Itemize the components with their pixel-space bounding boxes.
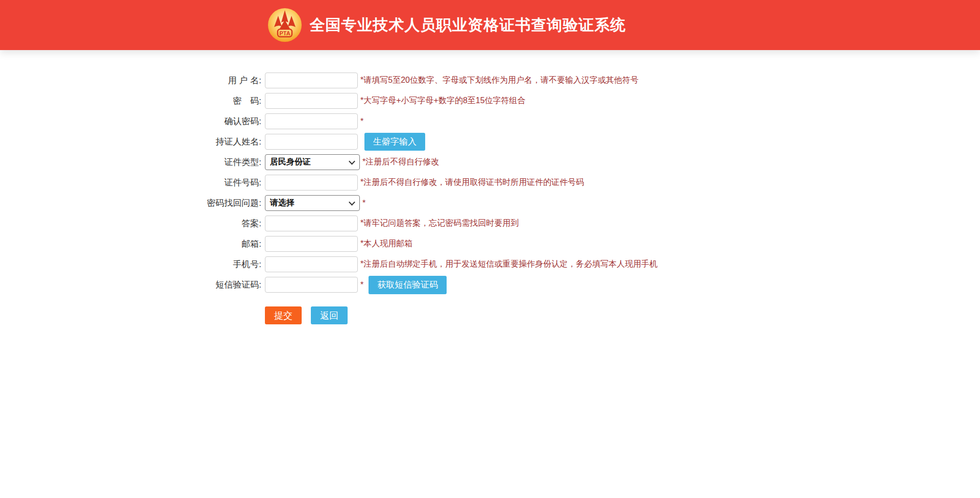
email-hint: *本人现用邮箱	[360, 239, 412, 249]
username-input[interactable]	[265, 73, 358, 88]
form-row-sms-code: 短信验证码: * 获取短信验证码	[0, 277, 980, 293]
form-row-confirm-password: 确认密码: *	[0, 113, 980, 129]
id-type-select[interactable]: 居民身份证	[265, 154, 360, 170]
id-number-input[interactable]	[265, 175, 358, 191]
password-label: 密 码:	[0, 95, 265, 107]
password-input[interactable]	[265, 93, 358, 109]
confirm-password-label: 确认密码:	[0, 115, 265, 127]
email-field[interactable]	[265, 236, 358, 252]
answer-input[interactable]	[265, 216, 358, 231]
holder-name-label: 持证人姓名:	[0, 136, 265, 148]
svg-text:PTA: PTA	[279, 30, 290, 36]
confirm-password-input[interactable]	[265, 113, 358, 129]
form-row-answer: 答案: *请牢记问题答案，忘记密码需找回时要用到	[0, 216, 980, 231]
id-type-selected-value: 居民身份证	[270, 157, 311, 168]
password-question-label: 密码找回问题:	[0, 197, 265, 209]
id-number-hint: *注册后不得自行修改，请使用取得证书时所用证件的证件号码	[360, 177, 584, 188]
answer-hint: *请牢记问题答案，忘记密码需找回时要用到	[360, 218, 519, 229]
form-row-id-type: 证件类型: 居民身份证 *注册后不得自行修改	[0, 154, 980, 170]
password-hint: *大写字母+小写字母+数字的8至15位字符组合	[360, 96, 526, 106]
header-brand: PTA 全国专业技术人员职业资格证书查询验证系统	[267, 8, 626, 42]
username-label: 用 户 名:	[0, 75, 265, 86]
page-title: 全国专业技术人员职业资格证书查询验证系统	[310, 15, 626, 36]
form-row-email: 邮箱: *本人现用邮箱	[0, 236, 980, 252]
chevron-down-icon	[349, 199, 355, 205]
chevron-down-icon	[349, 158, 355, 164]
id-type-label: 证件类型:	[0, 156, 265, 168]
get-sms-code-button[interactable]: 获取短信验证码	[369, 276, 447, 294]
registration-form: 用 户 名: *请填写5至20位数字、字母或下划线作为用户名，请不要输入汉字或其…	[0, 50, 980, 324]
username-hint: *请填写5至20位数字、字母或下划线作为用户名，请不要输入汉字或其他符号	[360, 75, 639, 86]
form-row-password: 密 码: *大写字母+小写字母+数字的8至15位字符组合	[0, 93, 980, 109]
sms-code-required-star: *	[360, 280, 363, 290]
email-label: 邮箱:	[0, 238, 265, 250]
form-row-phone: 手机号: *注册后自动绑定手机，用于发送短信或重要操作身份认定，务必填写本人现用…	[0, 256, 980, 272]
submit-button[interactable]: 提交	[265, 306, 302, 324]
id-number-label: 证件号码:	[0, 177, 265, 188]
form-row-holder-name: 持证人姓名: 生僻字输入	[0, 134, 980, 150]
form-row-password-question: 密码找回问题: 请选择 *	[0, 195, 980, 211]
form-actions: 提交 返回	[265, 306, 980, 324]
sms-code-input[interactable]	[265, 277, 358, 293]
phone-label: 手机号:	[0, 258, 265, 270]
holder-name-input[interactable]	[265, 134, 358, 150]
pta-logo-icon: PTA	[267, 8, 302, 42]
password-question-selected-value: 请选择	[270, 198, 295, 208]
form-row-id-number: 证件号码: *注册后不得自行修改，请使用取得证书时所用证件的证件号码	[0, 175, 980, 191]
form-row-username: 用 户 名: *请填写5至20位数字、字母或下划线作为用户名，请不要输入汉字或其…	[0, 73, 980, 88]
password-question-required-star: *	[362, 199, 365, 208]
app-header: PTA 全国专业技术人员职业资格证书查询验证系统	[0, 0, 980, 50]
phone-hint: *注册后自动绑定手机，用于发送短信或重要操作身份认定，务必填写本人现用手机	[360, 259, 657, 270]
password-question-select[interactable]: 请选择	[265, 195, 360, 211]
answer-label: 答案:	[0, 218, 265, 229]
id-type-hint: *注册后不得自行修改	[362, 157, 439, 168]
phone-input[interactable]	[265, 256, 358, 272]
back-button[interactable]: 返回	[311, 306, 348, 324]
confirm-password-required-star: *	[360, 117, 363, 126]
sms-code-label: 短信验证码:	[0, 279, 265, 291]
rare-character-input-button[interactable]: 生僻字输入	[364, 133, 425, 151]
